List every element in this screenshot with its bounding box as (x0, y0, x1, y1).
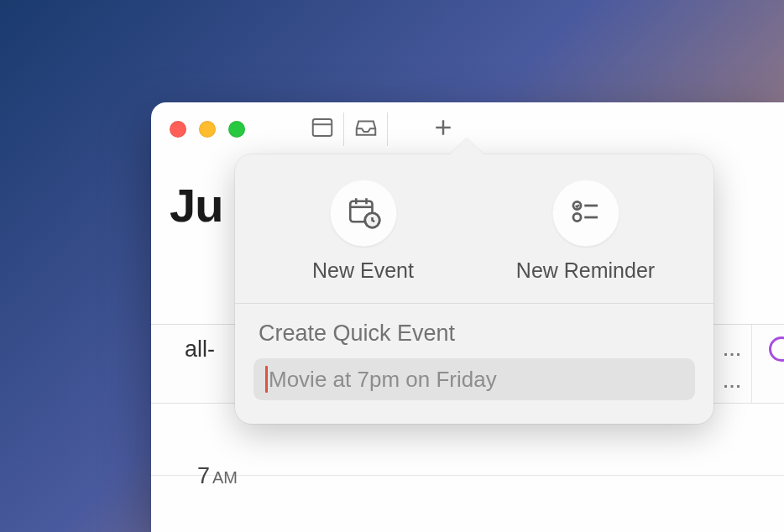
calendar-grid-icon (310, 115, 335, 143)
all-day-more-button[interactable]: ... (720, 338, 745, 362)
svg-rect-0 (312, 119, 332, 136)
hour-ampm: AM (212, 468, 238, 487)
calendar-clock-icon (346, 194, 381, 232)
hour-number: 7 (197, 463, 210, 488)
quick-event-input-wrap (253, 358, 695, 400)
new-reminder-label: New Reminder (516, 258, 655, 283)
all-day-event-marker[interactable] (769, 336, 784, 362)
popover-tab-row: New Event New Reminder (235, 154, 713, 303)
reminder-list-icon (568, 194, 604, 232)
tray-icon (353, 115, 379, 143)
add-button[interactable] (421, 112, 465, 146)
close-window-button[interactable] (170, 121, 186, 138)
quick-event-input[interactable] (253, 358, 695, 400)
new-reminder-icon-wrap (552, 180, 619, 247)
new-event-tab[interactable]: New Event (252, 180, 474, 283)
sidebar-toggle-button[interactable] (301, 112, 344, 146)
day-column-divider (751, 325, 752, 403)
all-day-label: all- (185, 336, 215, 362)
plus-icon (431, 115, 456, 143)
new-item-popover: New Event New Reminder Create Quick Even… (235, 154, 713, 424)
hour-label: 7AM (197, 463, 238, 489)
minimize-window-button[interactable] (199, 121, 216, 138)
toolbar (301, 112, 465, 146)
new-event-icon-wrap (330, 180, 397, 247)
inbox-button[interactable] (344, 112, 388, 146)
quick-event-title: Create Quick Event (235, 304, 713, 358)
month-title: Ju (170, 178, 222, 232)
window-controls (170, 121, 245, 138)
svg-point-12 (572, 213, 580, 221)
all-day-more-button-2[interactable]: ... (720, 370, 745, 394)
hour-gridline (151, 475, 784, 476)
zoom-window-button[interactable] (228, 121, 245, 138)
new-reminder-tab[interactable]: New Reminder (474, 180, 697, 283)
new-event-label: New Event (312, 258, 414, 283)
